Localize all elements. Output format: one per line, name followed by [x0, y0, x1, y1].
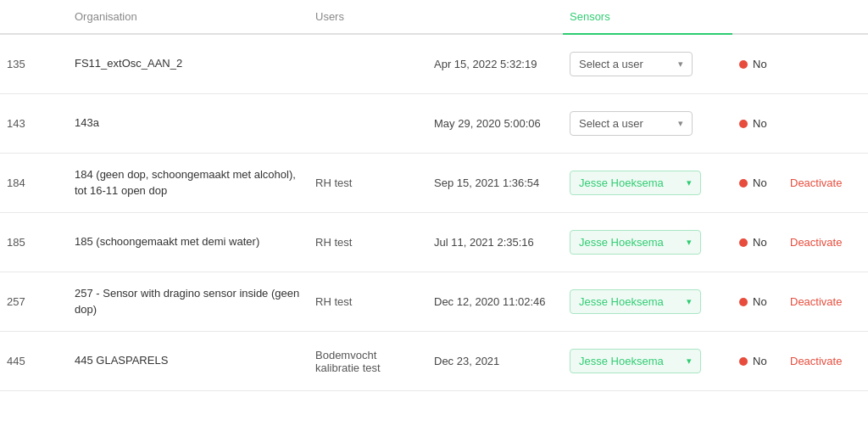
select-user-label: Select a user [579, 58, 643, 70]
jesse-user-dropdown[interactable]: Jesse Hoeksema▾ [570, 171, 701, 195]
col-header-users: Users [309, 10, 427, 23]
cell-selector: Jesse Hoeksema▾ [563, 171, 732, 195]
cell-users: RH test [309, 295, 427, 308]
deactivate-button[interactable]: Deactivate [790, 176, 842, 189]
cell-date: Apr 15, 2022 5:32:19 [427, 56, 563, 73]
cell-action: Deactivate [783, 176, 868, 189]
status-label: No [753, 355, 767, 367]
status-dot-red [739, 238, 748, 247]
cell-selector: Jesse Hoeksema▾ [563, 349, 732, 373]
cell-id: 184 [0, 176, 68, 189]
cell-action: Deactivate [783, 355, 868, 367]
status-label: No [753, 117, 767, 130]
select-user-dropdown[interactable]: Select a user▾ [570, 111, 693, 136]
cell-id: 257 [0, 295, 68, 308]
jesse-user-label: Jesse Hoeksema [579, 176, 664, 189]
status-label: No [753, 58, 767, 70]
table-row: 257257 - Sensor with dragino sensor insi… [0, 272, 868, 332]
cell-date: Dec 12, 2020 11:02:46 [427, 294, 563, 311]
col-header-date [427, 10, 563, 23]
cell-id: 143 [0, 117, 68, 130]
jesse-user-dropdown[interactable]: Jesse Hoeksema▾ [570, 230, 701, 255]
chevron-down-icon: ▾ [678, 118, 683, 129]
chevron-down-icon: ▾ [687, 237, 692, 248]
col-header-action [783, 10, 868, 23]
chevron-down-icon: ▾ [678, 59, 683, 70]
col-header-sensors: Sensors [563, 10, 732, 35]
cell-id: 445 [0, 355, 68, 367]
cell-name: 185 (schoongemaakt met demi water) [68, 234, 309, 250]
jesse-user-label: Jesse Hoeksema [579, 355, 664, 367]
table-row: 185185 (schoongemaakt met demi water)RH … [0, 213, 868, 272]
cell-action: Deactivate [783, 236, 868, 249]
deactivate-button[interactable]: Deactivate [790, 236, 842, 249]
table-body: 135FS11_extOsc_AAN_2Apr 15, 2022 5:32:19… [0, 35, 868, 391]
status-dot-red [739, 298, 748, 306]
jesse-user-label: Jesse Hoeksema [579, 295, 664, 308]
select-user-label: Select a user [579, 117, 643, 130]
status-label: No [753, 236, 767, 249]
chevron-down-icon: ▾ [687, 356, 692, 367]
select-user-dropdown[interactable]: Select a user▾ [570, 52, 693, 76]
cell-name: 184 (geen dop, schoongemaakt met alcohol… [68, 167, 309, 199]
sensors-table: Organisation Users Sensors 135FS11_extOs… [0, 0, 868, 437]
cell-date: Dec 23, 2021 [427, 353, 563, 370]
cell-selector: Jesse Hoeksema▾ [563, 230, 732, 255]
cell-selector: Jesse Hoeksema▾ [563, 289, 732, 314]
jesse-user-dropdown[interactable]: Jesse Hoeksema▾ [570, 289, 701, 314]
status-dot-red [739, 357, 748, 366]
cell-date: May 29, 2020 5:00:06 [427, 115, 563, 132]
jesse-user-dropdown[interactable]: Jesse Hoeksema▾ [570, 349, 701, 373]
table-header: Organisation Users Sensors [0, 0, 868, 35]
table-row: 184184 (geen dop, schoongemaakt met alco… [0, 154, 868, 213]
col-header-id [0, 10, 68, 23]
status-dot-red [739, 179, 748, 188]
cell-name: FS11_extOsc_AAN_2 [68, 56, 309, 72]
chevron-down-icon: ▾ [687, 177, 692, 188]
deactivate-button[interactable]: Deactivate [790, 295, 842, 308]
cell-status: No [732, 58, 783, 70]
cell-selector: Select a user▾ [563, 52, 732, 76]
status-dot-red [739, 60, 748, 69]
table-row: 135FS11_extOsc_AAN_2Apr 15, 2022 5:32:19… [0, 35, 868, 94]
status-dot-red [739, 120, 748, 128]
cell-users: Bodemvocht kalibratie test [309, 349, 427, 374]
chevron-down-icon: ▾ [687, 296, 692, 307]
cell-action: Deactivate [783, 295, 868, 308]
col-header-organisation: Organisation [68, 10, 309, 23]
col-header-status [732, 10, 783, 23]
table-row: 445445 GLASPARELSBodemvocht kalibratie t… [0, 332, 868, 391]
cell-users: RH test [309, 176, 427, 189]
cell-status: No [732, 176, 783, 189]
cell-status: No [732, 355, 783, 367]
cell-id: 135 [0, 58, 68, 70]
cell-name: 143a [68, 115, 309, 132]
cell-status: No [732, 236, 783, 249]
cell-date: Jul 11, 2021 2:35:16 [427, 234, 563, 251]
cell-name: 257 - Sensor with dragino sensor inside … [68, 286, 309, 318]
jesse-user-label: Jesse Hoeksema [579, 236, 664, 249]
status-label: No [753, 176, 767, 189]
cell-status: No [732, 295, 783, 308]
cell-date: Sep 15, 2021 1:36:54 [427, 175, 563, 192]
deactivate-button[interactable]: Deactivate [790, 355, 842, 367]
cell-id: 185 [0, 236, 68, 249]
cell-name: 445 GLASPARELS [68, 353, 309, 369]
status-label: No [753, 295, 767, 308]
cell-selector: Select a user▾ [563, 111, 732, 136]
cell-users: RH test [309, 236, 427, 249]
table-row: 143143aMay 29, 2020 5:00:06Select a user… [0, 94, 868, 154]
cell-status: No [732, 117, 783, 130]
